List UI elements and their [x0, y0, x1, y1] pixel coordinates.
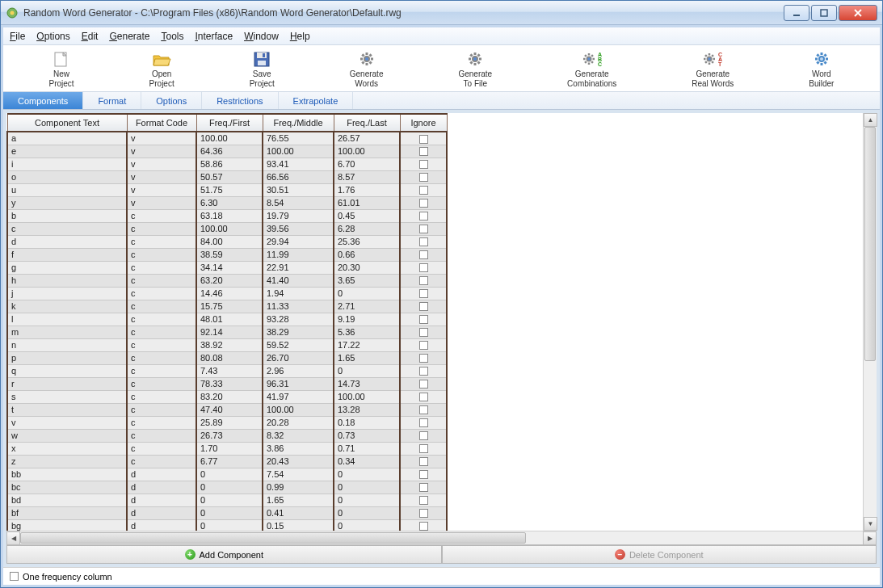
table-row[interactable]: dc84.0029.9425.36: [7, 235, 447, 248]
table-row[interactable]: zc6.7720.430.34: [7, 455, 447, 468]
cell[interactable]: 0: [334, 506, 400, 519]
cell[interactable]: 78.33: [196, 377, 263, 390]
ignore-checkbox[interactable]: [419, 212, 428, 220]
ignore-checkbox[interactable]: [419, 405, 428, 414]
ignore-checkbox[interactable]: [419, 276, 428, 285]
cell[interactable]: e: [7, 145, 127, 158]
cell[interactable]: u: [7, 183, 127, 196]
ignore-cell[interactable]: [400, 196, 447, 209]
vscroll-thumb[interactable]: [864, 127, 876, 361]
cell[interactable]: 47.40: [196, 403, 263, 416]
cell[interactable]: 26.70: [263, 351, 334, 364]
new-project-button[interactable]: NewProject: [48, 49, 74, 88]
ignore-cell[interactable]: [400, 170, 447, 183]
cell[interactable]: j: [7, 287, 127, 300]
cell[interactable]: 0.15: [263, 519, 334, 531]
cell[interactable]: 58.86: [196, 158, 263, 170]
cell[interactable]: 2.71: [334, 300, 400, 313]
table-row[interactable]: nc38.9259.5217.22: [7, 338, 447, 351]
cell[interactable]: 3.86: [263, 442, 334, 455]
table-row[interactable]: jc14.461.940: [7, 287, 447, 300]
cell[interactable]: 100.00: [334, 145, 400, 158]
cell[interactable]: 13.28: [334, 403, 400, 416]
cell[interactable]: 64.36: [196, 145, 263, 158]
table-row[interactable]: wc26.738.320.73: [7, 429, 447, 442]
ignore-checkbox[interactable]: [419, 250, 428, 259]
cell[interactable]: 83.20: [196, 390, 263, 403]
ignore-checkbox[interactable]: [419, 354, 428, 363]
ignore-checkbox[interactable]: [419, 431, 428, 440]
cell[interactable]: c: [127, 442, 196, 455]
cell[interactable]: 2.96: [263, 364, 334, 377]
column-header[interactable]: Ignore: [400, 114, 447, 132]
cell[interactable]: 25.36: [334, 235, 400, 248]
cell[interactable]: 0: [334, 468, 400, 481]
ignore-checkbox[interactable]: [419, 522, 428, 531]
cell[interactable]: 84.00: [196, 235, 263, 248]
ignore-checkbox[interactable]: [419, 225, 428, 233]
cell[interactable]: v: [127, 158, 196, 170]
table-row[interactable]: ov50.5766.568.57: [7, 170, 447, 183]
menu-interface[interactable]: Interface: [196, 31, 233, 42]
ignore-cell[interactable]: [400, 338, 447, 351]
table-row[interactable]: uv51.7530.511.76: [7, 183, 447, 196]
cell[interactable]: m: [7, 326, 127, 338]
cell[interactable]: 8.54: [263, 196, 334, 209]
minimize-button[interactable]: [784, 5, 809, 21]
ignore-cell[interactable]: [400, 158, 447, 170]
ignore-cell[interactable]: [400, 377, 447, 390]
cell[interactable]: 41.40: [263, 274, 334, 287]
cell[interactable]: 38.29: [263, 326, 334, 338]
ignore-cell[interactable]: [400, 468, 447, 481]
table-row[interactable]: rc78.3396.3114.73: [7, 377, 447, 390]
cell[interactable]: 6.70: [334, 158, 400, 170]
cell[interactable]: 14.73: [334, 377, 400, 390]
cell[interactable]: v: [127, 145, 196, 158]
cell[interactable]: c: [127, 416, 196, 429]
cell[interactable]: 1.65: [334, 351, 400, 364]
cell[interactable]: 0.71: [334, 442, 400, 455]
cell[interactable]: c: [127, 235, 196, 248]
cell[interactable]: bc: [7, 481, 127, 494]
tab-format[interactable]: Format: [83, 92, 141, 109]
ignore-checkbox[interactable]: [419, 418, 428, 427]
cell[interactable]: 17.22: [334, 338, 400, 351]
cell[interactable]: 38.92: [196, 338, 263, 351]
table-row[interactable]: cc100.0039.566.28: [7, 222, 447, 235]
open-project-button[interactable]: OpenProject: [149, 49, 174, 88]
ignore-cell[interactable]: [400, 429, 447, 442]
ignore-checkbox[interactable]: [419, 380, 428, 388]
cell[interactable]: 30.51: [263, 183, 334, 196]
maximize-button[interactable]: [811, 5, 837, 21]
components-table[interactable]: Component TextFormat CodeFreq./FirstFreq…: [6, 113, 448, 531]
cell[interactable]: 9.19: [334, 313, 400, 326]
ignore-checkbox[interactable]: [419, 289, 428, 298]
cell[interactable]: bb: [7, 468, 127, 481]
ignore-cell[interactable]: [400, 326, 447, 338]
cell[interactable]: c: [127, 403, 196, 416]
cell[interactable]: 48.01: [196, 313, 263, 326]
cell[interactable]: 5.36: [334, 326, 400, 338]
cell[interactable]: 80.08: [196, 351, 263, 364]
ignore-checkbox[interactable]: [419, 457, 428, 466]
ignore-checkbox[interactable]: [419, 315, 428, 324]
ignore-cell[interactable]: [400, 481, 447, 494]
cell[interactable]: c: [127, 429, 196, 442]
scroll-right-arrow[interactable]: ▶: [863, 531, 877, 545]
cell[interactable]: c: [127, 300, 196, 313]
table-row[interactable]: gc34.1422.9120.30: [7, 261, 447, 274]
cell[interactable]: p: [7, 351, 127, 364]
cell[interactable]: 0: [334, 481, 400, 494]
generate-real-words-button[interactable]: CATGenerateReal Words: [692, 49, 734, 88]
cell[interactable]: 93.28: [263, 313, 334, 326]
cell[interactable]: c: [127, 222, 196, 235]
cell[interactable]: i: [7, 158, 127, 170]
cell[interactable]: 63.20: [196, 274, 263, 287]
table-row[interactable]: mc92.1438.295.36: [7, 326, 447, 338]
cell[interactable]: v: [127, 132, 196, 145]
cell[interactable]: 6.30: [196, 196, 263, 209]
cell[interactable]: 20.28: [263, 416, 334, 429]
one-frequency-checkbox[interactable]: [10, 572, 19, 581]
cell[interactable]: 0: [196, 481, 263, 494]
scroll-up-arrow[interactable]: ▲: [864, 113, 877, 127]
